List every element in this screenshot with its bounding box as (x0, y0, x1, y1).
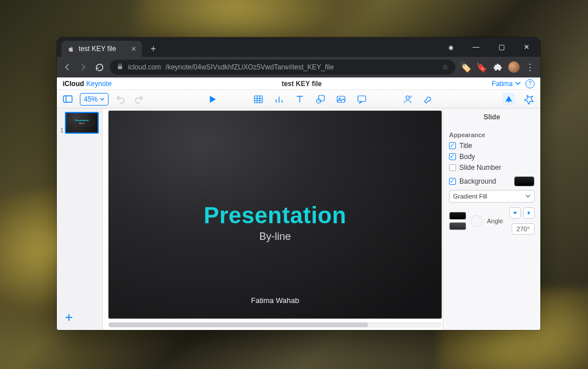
url-host: icloud.com (128, 63, 161, 71)
thumbnail-panel: 1 Presentation By-line + (57, 108, 103, 330)
new-tab-button[interactable]: + (146, 42, 160, 56)
chevron-down-icon (515, 81, 521, 86)
close-window-icon[interactable]: ✕ (515, 39, 538, 55)
horizontal-scrollbar[interactable] (109, 322, 442, 328)
keynote-main: 1 Presentation By-line + Presentation By… (57, 108, 540, 330)
slide-number-checkbox[interactable]: Slide Number (449, 164, 535, 172)
format-inspector: Slide Appearance Title Body Slide Number (443, 108, 540, 330)
chart-button[interactable] (273, 93, 285, 106)
apple-icon (67, 45, 75, 53)
shape-button[interactable] (314, 93, 327, 106)
slide-thumbnail[interactable]: Presentation By-line (65, 112, 99, 134)
checkbox-icon (449, 164, 456, 171)
chevron-down-icon (100, 98, 105, 101)
extension-icon[interactable]: 🏷️ (460, 61, 471, 73)
zoom-value: 45% (84, 95, 98, 103)
maximize-icon[interactable]: ▢ (490, 39, 513, 55)
close-tab-icon[interactable]: × (131, 45, 136, 53)
window-controls: ◉ — ▢ ✕ (439, 37, 540, 57)
chrome-menu-icon[interactable]: ⋮ (524, 61, 536, 73)
angle-down-button[interactable] (509, 207, 521, 219)
incognito-indicator-icon: ◉ (439, 39, 462, 55)
svg-rect-16 (358, 96, 366, 102)
background-checkbox[interactable]: Background (449, 177, 496, 185)
gradient-start-swatch[interactable] (449, 212, 466, 220)
fill-type-select[interactable]: Gradient Fill (449, 190, 535, 203)
keynote-toolbar: 45% (57, 90, 540, 108)
url-path: /keynote/04wSIVsdkhfZLiXOz5VwdTarw#test_… (165, 63, 334, 71)
undo-button[interactable] (114, 93, 127, 106)
lock-icon (117, 63, 123, 72)
play-button[interactable] (206, 93, 219, 106)
format-button[interactable] (502, 93, 515, 106)
help-button[interactable]: ? (525, 79, 535, 88)
appearance-heading: Appearance (449, 131, 535, 138)
checkbox-icon (449, 142, 456, 149)
gradient-end-swatch[interactable] (449, 222, 466, 230)
slide-number: 1 (60, 127, 64, 134)
body-checkbox[interactable]: Body (449, 153, 535, 161)
checkbox-icon (449, 153, 456, 160)
svg-rect-12 (319, 95, 324, 101)
background-swatch[interactable] (514, 176, 535, 187)
slide-title-text[interactable]: Presentation (204, 203, 346, 228)
slide-byline-text[interactable]: By-line (259, 231, 291, 243)
browser-window: test KEY file × + ◉ — ▢ ✕ icloud.com/key… (57, 37, 540, 330)
animate-button[interactable] (523, 93, 536, 106)
inspector-tab-slide[interactable]: Slide (443, 108, 540, 126)
canvas-area: Presentation By-line Fatima Wahab (103, 108, 443, 330)
reload-button[interactable] (94, 63, 105, 72)
extensions-menu-icon[interactable] (492, 61, 504, 73)
angle-right-button[interactable] (523, 207, 535, 219)
checkbox-icon (449, 178, 456, 185)
browser-toolbar: icloud.com/keynote/04wSIVsdkhfZLiXOz5Vwd… (57, 57, 540, 77)
angle-label: Angle (487, 217, 503, 224)
title-checkbox[interactable]: Title (449, 142, 535, 150)
redo-button[interactable] (133, 93, 145, 106)
minimize-icon[interactable]: — (465, 39, 488, 55)
text-button[interactable] (293, 93, 306, 106)
angle-input[interactable] (512, 223, 535, 235)
document-title[interactable]: test KEY file (111, 80, 492, 88)
forward-button[interactable] (78, 63, 89, 72)
zoom-select[interactable]: 45% (80, 93, 109, 106)
keynote-brand[interactable]: Keynote (86, 80, 111, 88)
angle-wheel[interactable] (471, 215, 482, 227)
chevron-down-icon (525, 195, 531, 198)
bookmark-star-icon[interactable]: ☆ (442, 63, 448, 71)
table-button[interactable] (252, 93, 265, 106)
slide-canvas[interactable]: Presentation By-line Fatima Wahab (109, 111, 442, 318)
media-button[interactable] (335, 93, 347, 106)
extension-icon[interactable]: 🔖 (476, 61, 488, 73)
address-bar[interactable]: icloud.com/keynote/04wSIVsdkhfZLiXOz5Vwd… (110, 60, 455, 75)
tools-button[interactable] (422, 93, 435, 106)
tab-title: test KEY file (79, 45, 116, 53)
icloud-brand: iCloud (63, 80, 84, 88)
svg-point-17 (406, 96, 409, 99)
collaborate-button[interactable] (401, 93, 414, 106)
svg-rect-0 (64, 96, 72, 102)
profile-avatar[interactable] (508, 61, 520, 73)
icloud-header: iCloud Keynote test KEY file Fatima ? (57, 77, 540, 90)
back-button[interactable] (61, 63, 73, 72)
slide-author-text[interactable]: Fatima Wahab (251, 296, 299, 305)
add-slide-button[interactable]: + (57, 306, 102, 330)
svg-rect-2 (254, 96, 262, 103)
user-menu[interactable]: Fatima (492, 80, 521, 88)
comment-button[interactable] (355, 93, 368, 106)
tab-strip: test KEY file × + ◉ — ▢ ✕ (57, 37, 540, 57)
browser-tab[interactable]: test KEY file × (61, 41, 142, 57)
user-name: Fatima (492, 80, 513, 88)
view-button[interactable] (61, 93, 74, 106)
